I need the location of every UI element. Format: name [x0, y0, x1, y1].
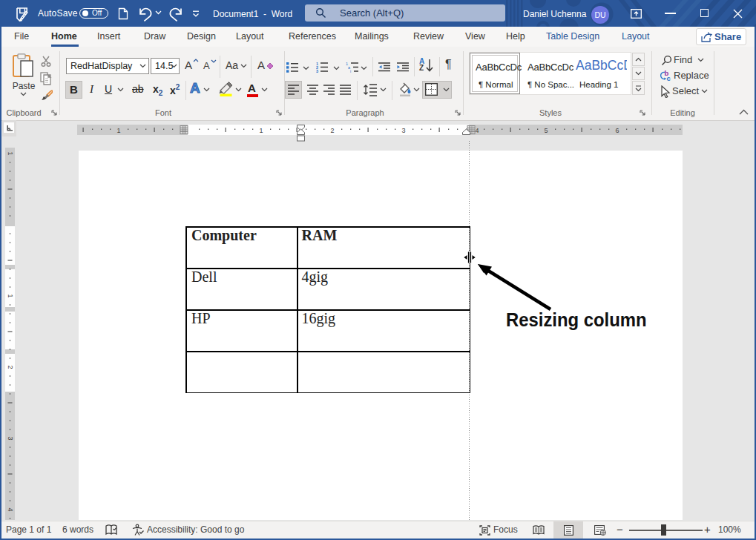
svg-text:i: i — [350, 69, 351, 73]
svg-text:6: 6 — [615, 127, 619, 134]
svg-text:3: 3 — [316, 69, 318, 73]
svg-text:c: c — [667, 74, 671, 82]
svg-text:1: 1 — [7, 294, 14, 297]
svg-text:4: 4 — [7, 507, 14, 511]
svg-text:2: 2 — [330, 127, 334, 134]
svg-text:3: 3 — [401, 127, 405, 134]
svg-text:2: 2 — [7, 365, 14, 369]
svg-text:1: 1 — [116, 127, 120, 134]
svg-text:1: 1 — [7, 151, 14, 155]
svg-text:1: 1 — [259, 127, 263, 134]
svg-text:4: 4 — [475, 127, 479, 134]
svg-text:5: 5 — [544, 127, 548, 134]
svg-text:3: 3 — [7, 436, 14, 440]
